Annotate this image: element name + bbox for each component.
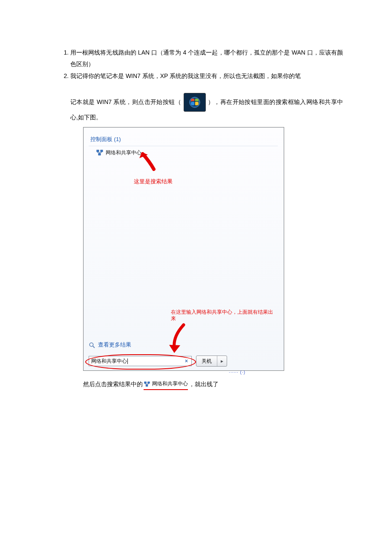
shutdown-label: 关机	[196, 356, 217, 366]
annotation-mid: 在这里输入网络和共享中心，上面就有结果出来	[171, 309, 273, 322]
red-arrow-mid-icon	[167, 321, 192, 356]
shutdown-options-arrow[interactable]: ▸	[217, 356, 227, 366]
annotation-top: 这里是搜索结果	[134, 176, 173, 187]
start-menu-search-input[interactable]: 网络和共享中心 ×	[89, 356, 192, 366]
svg-point-5	[89, 343, 93, 346]
inline-result-chip: 网络和共享中心	[144, 379, 188, 390]
chevron-right-icon: ▸	[221, 356, 223, 366]
document-page: 用一根网线将无线路由的 LAN 口（通常为 4 个连成一起，哪个都行，孤立的那个…	[0, 0, 392, 408]
svg-rect-7	[144, 382, 146, 383]
list-item-1-text: 用一根网线将无线路由的 LAN 口（通常为 4 个连成一起，哪个都行，孤立的那个…	[70, 49, 343, 67]
list-item-1: 用一根网线将无线路由的 LAN 口（通常为 4 个连成一起，哪个都行，孤立的那个…	[70, 47, 343, 69]
list-item-2: 我记得你的笔记本是 WIN7 系统，XP 系统的我这里没有，所以也无法截图，如果…	[70, 70, 343, 390]
group-header-control-panel: 控制面板 (1)	[89, 133, 278, 146]
truncated-hint: ······ (·)	[229, 368, 245, 376]
see-more-results-label: 查看更多结果	[98, 340, 131, 350]
follow-up-line: 然后点击搜索结果中的 网络和共享中心 ，就出线了	[83, 379, 343, 390]
magnifier-icon	[89, 342, 95, 349]
windows-logo-icon	[189, 97, 200, 108]
svg-rect-2	[97, 150, 99, 152]
clear-search-icon[interactable]: ×	[184, 356, 189, 366]
list-item-2-before-icon: 记本就是 WIN7 系统，则点击开始按钮（	[70, 98, 181, 105]
svg-rect-3	[101, 150, 103, 152]
windows-start-orb-icon	[184, 93, 206, 112]
after-before-text: 然后点击搜索结果中的	[83, 379, 143, 390]
svg-rect-8	[148, 382, 150, 383]
search-input-value: 网络和共享中心	[91, 356, 127, 366]
instruction-list: 用一根网线将无线路由的 LAN 口（通常为 4 个连成一起，哪个都行，孤立的那个…	[58, 47, 343, 390]
start-menu-screenshot: 控制面板 (1) 网络和共享中心	[83, 127, 284, 371]
svg-rect-9	[146, 384, 147, 386]
start-menu-search-bar: 网络和共享中心 × 关机 ▸	[89, 356, 280, 367]
see-more-results[interactable]: 查看更多结果	[89, 340, 131, 350]
shutdown-button[interactable]: 关机 ▸	[196, 356, 227, 367]
network-sharing-icon	[144, 381, 150, 387]
network-sharing-icon	[96, 149, 103, 156]
after-after-text: ，就出线了	[189, 379, 219, 390]
start-menu-body: 控制面板 (1) 网络和共享中心	[84, 127, 284, 370]
list-item-2-line1: 我记得你的笔记本是 WIN7 系统，XP 系统的我这里没有，所以也无法截图，如果…	[70, 72, 301, 79]
svg-line-6	[93, 346, 95, 348]
svg-rect-4	[98, 153, 101, 155]
inline-result-label: 网络和共享中心	[152, 379, 188, 389]
search-result-label: 网络和共享中心	[106, 148, 141, 158]
search-result-item[interactable]: 网络和共享中心	[89, 146, 278, 159]
